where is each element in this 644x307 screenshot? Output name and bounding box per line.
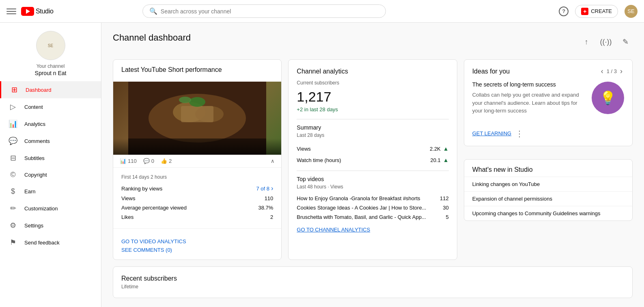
topbar-right: ? CREATE SE (559, 5, 638, 18)
go-to-video-analytics-link[interactable]: GO TO VIDEO ANALYTICS (121, 238, 186, 244)
go-to-channel-analytics-link[interactable]: GO TO CHANNEL ANALYTICS (297, 227, 370, 233)
short-period-section: First 14 days 2 hours Ranking by views 7… (113, 168, 281, 229)
ranking-row: Ranking by views 7 of 8 › (121, 183, 273, 194)
analytics-divider2 (297, 171, 448, 171)
ideas-footer: GET LEARNING ⋮ (464, 128, 632, 146)
sidebar-label-content: Content (24, 104, 43, 110)
create-button[interactable]: CREATE (575, 5, 618, 18)
top-video-row-1: How to Enjoy Granola -Granola for Breakf… (297, 194, 448, 203)
recent-subs-period: Lifetime (121, 284, 624, 290)
sidebar-item-copyright[interactable]: © Copyright (0, 166, 101, 183)
yt-logo-icon (21, 7, 34, 16)
top-video-2-name: Cookies Storage Ideas - A Cookies Jar | … (297, 205, 439, 211)
top-video-3-name: Bruschetta with Tomato, Basil, and Garli… (297, 214, 442, 220)
sidebar-label-customization: Customization (24, 205, 58, 212)
channel-logo-img: SE (37, 31, 65, 60)
subscribers-change: +2 in last 28 days (297, 106, 448, 112)
ranking-label: Ranking by views (121, 186, 162, 192)
edit-icon[interactable]: ✎ (618, 35, 633, 49)
create-btn-icon (581, 8, 588, 15)
top-video-2-views: 30 (443, 205, 448, 211)
ideas-row: The secrets of long-term success Collabs… (472, 81, 624, 115)
sidebar: SE Your channel Sprout n Eat ⊞ Dashboard… (0, 23, 101, 307)
whats-new-item-2[interactable]: Expansion of channel permissions (464, 191, 632, 206)
channel-logo[interactable]: SE (36, 31, 65, 60)
ideas-card-desc: Collabs can help you get creative and ex… (472, 91, 585, 115)
sidebar-item-earn[interactable]: $ Earn (0, 183, 101, 200)
top-video-1-name: How to Enjoy Granola -Granola for Breakf… (297, 195, 437, 201)
studio-label: Studio (36, 8, 54, 15)
top-video-row-2: Cookies Storage Ideas - A Cookies Jar | … (297, 203, 448, 212)
sidebar-item-send-feedback[interactable]: ⚑ Send feedback (0, 234, 101, 251)
whats-new-card: What's new in Studio Linking changes on … (464, 159, 633, 221)
sidebar-item-customization[interactable]: ✏ Customization (0, 200, 101, 217)
short-thumbnail[interactable] (113, 82, 281, 155)
summary-period: Last 28 days (297, 132, 448, 138)
short-period-label: First 14 days 2 hours (121, 174, 273, 180)
youtube-logo: Studio (21, 7, 54, 16)
views-val: 110 (265, 195, 274, 201)
svg-rect-4 (181, 106, 213, 122)
top-videos-period: Last 48 hours · Views (297, 184, 448, 190)
search-input[interactable] (161, 8, 379, 15)
whats-new-item-3[interactable]: Upcoming changes to Community Guidelines… (464, 206, 632, 221)
ideas-prev-btn[interactable]: ‹ (599, 66, 605, 76)
ideas-card: Ideas for you ‹ 1 / 3 › The secrets of l… (464, 59, 633, 146)
svg-point-6 (179, 97, 191, 103)
sidebar-label-settings: Settings (24, 223, 43, 229)
sidebar-label-comments: Comments (24, 138, 50, 144)
avatar[interactable]: SE (625, 5, 638, 18)
ideas-text-col: The secrets of long-term success Collabs… (472, 81, 585, 115)
search-bar[interactable]: 🔍 (142, 4, 386, 18)
analytics-watch-label: Watch time (hours) (297, 157, 341, 163)
menu-icon[interactable] (6, 6, 16, 16)
watch-up-arrow: ▲ (443, 157, 449, 163)
customization-icon: ✏ (8, 204, 18, 213)
current-subscribers-label: Current subscribers (297, 80, 448, 86)
views-label: Views (121, 195, 135, 201)
likes-row: Likes 2 (121, 212, 273, 222)
body: SE Your channel Sprout n Eat ⊞ Dashboard… (0, 23, 644, 307)
whats-new-item-1[interactable]: Linking changes on YouTube (464, 177, 632, 191)
topbar-left: Studio (6, 6, 54, 16)
avg-pct-label: Average percentage viewed (121, 205, 187, 211)
ranking-num: 7 of 8 (256, 186, 269, 192)
short-thumb-overlay (113, 138, 281, 155)
top-videos-title: Top videos (297, 176, 448, 182)
copyright-icon: © (8, 171, 18, 179)
channel-analytics-card: Channel analytics Current subscribers 1,… (288, 59, 457, 260)
sidebar-item-settings[interactable]: ⚙ Settings (0, 217, 101, 234)
ideas-card-title: The secrets of long-term success (472, 81, 585, 88)
sidebar-item-analytics[interactable]: 📊 Analytics (0, 115, 101, 132)
ideas-content: The secrets of long-term success Collabs… (464, 81, 632, 128)
sidebar-item-dashboard[interactable]: ⊞ Dashboard (0, 81, 101, 98)
sidebar-item-comments[interactable]: 💬 Comments (0, 132, 101, 149)
analytics-watch-value: 20.1 ▲ (430, 157, 448, 163)
analytics-icon: 📊 (8, 119, 18, 128)
analytics-views-num: 2.2K (430, 146, 441, 152)
page-actions: ↑ ((·)) ✎ (579, 35, 633, 49)
settings-icon: ⚙ (8, 221, 18, 230)
ideas-more-btn[interactable]: ⋮ (515, 128, 524, 139)
thumbs-up-icon: 👍 (161, 158, 167, 164)
views-up-arrow: ▲ (443, 145, 449, 152)
short-views-stat: 📊 110 (120, 158, 137, 164)
upload-icon[interactable]: ↑ (579, 35, 594, 49)
get-learning-link[interactable]: GET LEARNING (472, 130, 512, 136)
sidebar-label-dashboard: Dashboard (26, 87, 52, 93)
broadcast-icon[interactable]: ((·)) (599, 35, 613, 49)
channel-info: SE Your channel Sprout n Eat (0, 23, 101, 81)
sidebar-label-analytics: Analytics (24, 121, 45, 127)
sidebar-item-subtitles[interactable]: ⊟ Subtitles (0, 149, 101, 166)
short-comments-stat: 💬 0 (143, 158, 154, 164)
analytics-divider (297, 119, 448, 119)
see-comments-link[interactable]: SEE COMMENTS (0) (121, 247, 172, 253)
ideas-header: Ideas for you ‹ 1 / 3 › (464, 60, 632, 81)
collapse-icon[interactable]: ∧ (271, 158, 275, 164)
ranking-value[interactable]: 7 of 8 › (256, 185, 273, 192)
chevron-right-icon: › (271, 185, 273, 192)
ideas-next-btn[interactable]: › (618, 66, 624, 76)
help-icon[interactable]: ? (559, 6, 569, 16)
top-video-3-views: 5 (446, 214, 448, 220)
sidebar-item-content[interactable]: ▷ Content (0, 98, 101, 115)
